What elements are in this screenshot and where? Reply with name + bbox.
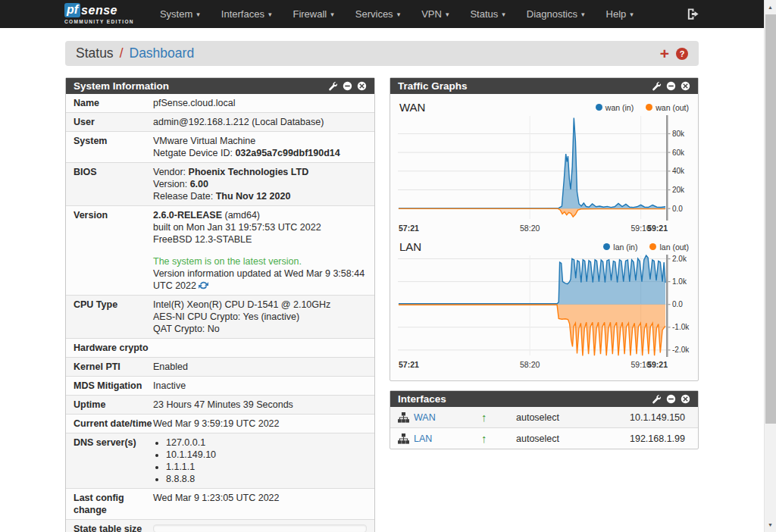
dns-server-item: 1.1.1.1 [166,461,367,473]
sysinfo-label: Hardware crypto [74,342,153,354]
sysinfo-value: 2.6.0-RELEASE (amd64)built on Mon Jan 31… [153,209,367,292]
caret-down-icon: ▾ [397,11,401,18]
interfaces-panel: Interfaces WAN↑autoselect10.1.149.150LAN… [390,390,699,449]
interfaces-table: WAN↑autoselect10.1.149.150LAN↑autoselect… [390,407,698,449]
minimize-icon[interactable] [343,81,352,91]
caret-down-icon: ▾ [630,11,634,18]
svg-text:1.0k: 1.0k [672,277,687,286]
nav-menus: System▾Interfaces▾Firewall▾Services▾VPN▾… [149,0,644,28]
sign-out-icon [686,7,700,21]
wrench-icon[interactable] [652,394,662,404]
sysinfo-value [153,342,367,354]
sysinfo-row: Kernel PTIEnabled [66,357,374,376]
nav-menu-label: Interfaces [221,8,264,20]
svg-text:58:20: 58:20 [520,224,540,233]
close-icon[interactable] [681,81,690,91]
traffic-graphs-header: Traffic Graphs [390,78,698,94]
breadcrumb-section[interactable]: Status [76,45,114,61]
nav-menu-label: Diagnostics [527,8,577,20]
scrollbar-thumb[interactable] [765,14,776,424]
caret-down-icon: ▾ [446,11,449,18]
sysinfo-row: MDS MitigationInactive [66,376,374,395]
chart-legend: lan (in)lan (out) [603,243,689,252]
legend-dot-icon [603,243,610,250]
nav-menu-vpn[interactable]: VPN▾ [411,0,459,28]
community-edition-label: COMMUNITY EDITION [64,20,134,25]
scrollbar-up-icon[interactable]: ▲ [765,1,776,13]
dashboard-content: System Information NamepfSense.cloud.loc… [65,77,699,532]
nav-menu-diagnostics[interactable]: Diagnostics▾ [516,0,596,28]
caret-down-icon: ▾ [502,11,505,18]
top-navbar: pfsense COMMUNITY EDITION System▾Interfa… [0,0,764,28]
sysinfo-row: NamepfSense.cloud.local [66,94,374,112]
caret-down-icon: ▾ [196,11,200,18]
wrench-icon[interactable] [652,81,662,91]
interface-media: autoselect [516,412,630,423]
nav-menu-interfaces[interactable]: Interfaces▾ [211,0,283,28]
sysinfo-row: Last config changeWed Mar 9 1:23:05 UTC … [66,488,374,519]
nav-menu-label: Services [355,8,393,20]
caret-down-icon: ▾ [581,11,585,18]
legend-item: wan (in) [596,103,634,112]
pf-logo-badge: pf [64,3,80,17]
close-icon[interactable] [357,81,367,91]
caret-down-icon: ▾ [268,11,272,18]
legend-dot-icon [646,104,652,111]
interface-link-lan[interactable]: LAN [414,433,432,444]
breadcrumb: Status / Dashboard + ? [65,41,699,66]
sysinfo-label: Current date/time [74,418,153,430]
legend-label: wan (in) [605,103,634,112]
svg-text:80k: 80k [672,130,685,138]
logout-button[interactable] [686,7,700,21]
sysinfo-value: Wed Mar 9 1:23:05 UTC 2022 [153,492,367,516]
breadcrumb-page: Dashboard [130,45,195,61]
panel-title: Traffic Graphs [398,80,468,92]
interface-link-wan[interactable]: WAN [414,412,436,423]
sysinfo-row: Hardware crypto [66,338,374,357]
svg-text:-2.0k: -2.0k [672,346,690,354]
sysinfo-row: DNS server(s)127.0.0.110.1.149.101.1.1.1… [66,433,374,488]
sysinfo-value: 23 Hours 47 Minutes 39 Seconds [153,399,367,411]
sysinfo-value: Enabled [153,361,367,373]
sysinfo-label: System [74,135,153,159]
pfsense-logo[interactable]: pfsense COMMUNITY EDITION [64,3,134,25]
wrench-icon[interactable] [328,81,338,91]
status-up-arrow-icon: ↑ [481,411,487,424]
pfsense-logo-text: sense [81,5,117,17]
sysinfo-label: User [74,116,153,128]
traffic-graphs-panel: Traffic Graphs WANwan (in)wan (out)80k60… [390,77,699,381]
sysinfo-row: Current date/timeWed Mar 9 3:59:19 UTC 2… [66,414,374,433]
help-icon[interactable]: ? [676,48,688,60]
minimize-icon[interactable] [666,81,676,91]
panel-title: System Information [74,80,169,92]
interface-row: LAN↑autoselect192.168.1.99 [390,427,698,449]
sysinfo-row: Useradmin@192.168.1.212 (Local Database) [66,112,374,131]
sysinfo-label: Uptime [74,399,153,411]
minimize-icon[interactable] [666,394,676,404]
nav-menu-system[interactable]: System▾ [149,0,211,28]
sitemap-icon [398,412,409,423]
sysinfo-value: 0% (26/95000) Show states [153,523,367,532]
sysinfo-label: Version [74,209,153,292]
refresh-icon[interactable] [199,280,208,290]
nav-menu-services[interactable]: Services▾ [345,0,411,28]
add-widget-icon[interactable]: + [660,45,669,61]
page-scrollbar[interactable]: ▲ ▼ [764,0,776,532]
sysinfo-label: Name [74,97,153,109]
interfaces-header: Interfaces [390,391,698,407]
nav-menu-help[interactable]: Help▾ [596,0,644,28]
svg-text:57:21: 57:21 [399,360,419,369]
nav-menu-firewall[interactable]: Firewall▾ [282,0,344,28]
svg-text:0.0: 0.0 [672,205,683,213]
nav-menu-status[interactable]: Status▾ [459,0,515,28]
interface-address: 10.1.149.150 [630,412,690,423]
system-information-table: NamepfSense.cloud.localUseradmin@192.168… [66,94,374,532]
sysinfo-row: Uptime23 Hours 47 Minutes 39 Seconds [66,395,374,414]
close-icon[interactable] [681,394,690,404]
traffic-graph-lan: 2.0k1.0k0.0-1.0k-2.0k57:2158:2059:1059:2… [398,255,690,371]
legend-label: wan (out) [656,103,689,112]
scrollbar-down-icon[interactable]: ▼ [765,518,776,530]
svg-text:58:20: 58:20 [520,360,540,369]
chart-legend: wan (in)wan (out) [596,103,689,112]
chart-title-wan: WAN [399,101,425,114]
